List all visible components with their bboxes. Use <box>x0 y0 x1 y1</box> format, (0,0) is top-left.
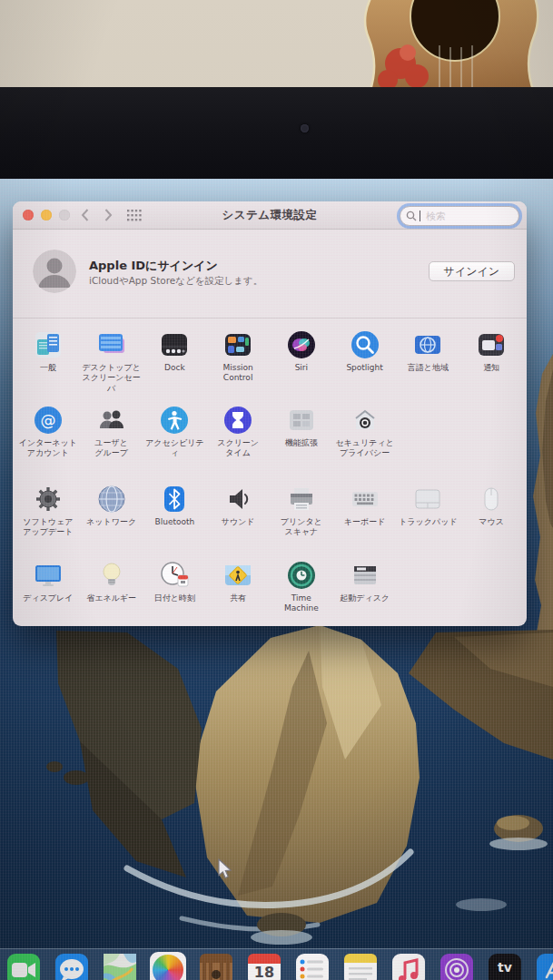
spotlight-icon <box>349 328 381 361</box>
pref-screen-time[interactable]: スクリーン タイム <box>206 395 270 474</box>
calendar-icon[interactable]: 18 <box>246 952 282 980</box>
system-preferences-window[interactable]: システム環境設定 Apple IDにサインイン <box>13 201 527 626</box>
pref-network[interactable]: ネットワーク <box>80 474 143 550</box>
pref-label: 共有 <box>230 593 246 603</box>
pref-language-region[interactable]: 言語と地域 <box>397 319 460 395</box>
apple-id-subtitle: iCloudやApp Storeなどを設定します。 <box>89 275 262 288</box>
pref-spotlight[interactable]: Spotlight <box>333 319 397 395</box>
maps-icon[interactable] <box>102 952 138 980</box>
pref-label: セキュリティと プライバシー <box>335 438 393 459</box>
pref-displays[interactable]: ディスプレイ <box>16 550 80 626</box>
time-machine-icon <box>285 559 318 592</box>
pref-sound[interactable]: サウンド <box>206 474 270 550</box>
apple-id-title: Apple IDにサインイン <box>89 258 218 274</box>
pref-label: 日付と時刻 <box>154 593 195 603</box>
pref-accessibility[interactable]: アクセシビリティ <box>143 395 207 474</box>
pref-label: 機能拡張 <box>285 438 318 448</box>
pref-sharing[interactable]: 共有 <box>206 550 270 626</box>
pref-mission-control[interactable]: Mission Control <box>206 319 270 395</box>
monitor-bezel <box>0 87 553 179</box>
ukulele <box>348 0 553 93</box>
calendar-date: 18 <box>246 964 282 980</box>
pref-label: 起動ディスク <box>340 593 390 603</box>
pref-extensions[interactable]: 機能拡張 <box>270 395 333 474</box>
startup-disk-icon <box>349 559 381 592</box>
pref-notifications[interactable]: 通知 <box>459 319 523 395</box>
pref-keyboard[interactable]: キーボード <box>333 474 397 550</box>
mouse-cursor <box>216 858 232 884</box>
app-store-icon[interactable] <box>535 952 553 980</box>
language-region-icon <box>411 328 444 361</box>
pref-siri[interactable]: Siri <box>270 319 333 395</box>
keyboard-icon <box>349 483 381 515</box>
music-icon[interactable] <box>390 952 427 980</box>
pref-label: 一般 <box>40 363 56 373</box>
pref-trackpad[interactable]: トラックパッド <box>397 474 460 550</box>
pref-label: Time Machine <box>284 593 319 614</box>
pref-date-time[interactable]: 日付と時刻 <box>143 550 207 626</box>
sharing-icon <box>222 559 254 592</box>
pref-label: Mission Control <box>222 363 252 384</box>
notifications-icon <box>475 328 508 361</box>
pref-users-groups[interactable]: ユーザと グループ <box>80 395 143 474</box>
pref-general[interactable]: 一般 <box>16 319 80 395</box>
printers-scanners-icon <box>285 483 318 515</box>
pref-label: ユーザと グループ <box>94 438 128 459</box>
pref-label: 省エネルギー <box>86 593 136 603</box>
siri-icon <box>285 328 318 361</box>
pref-security-privacy[interactable]: セキュリティと プライバシー <box>333 395 397 474</box>
network-icon <box>95 483 128 515</box>
podcasts-icon[interactable] <box>439 952 475 980</box>
security-privacy-icon <box>349 404 381 436</box>
webcam-dot <box>301 124 309 132</box>
search-field[interactable] <box>400 206 519 226</box>
search-icon <box>406 211 417 221</box>
pref-label: Siri <box>295 363 308 373</box>
mission-control-icon <box>222 328 254 361</box>
pref-startup-disk[interactable]: 起動ディスク <box>333 550 397 626</box>
section-divider <box>13 318 527 318</box>
tv-label: tv <box>487 960 523 975</box>
messages-icon[interactable] <box>54 952 90 980</box>
pref-internet-accounts[interactable]: @ インターネット アカウント <box>16 395 80 474</box>
avatar <box>33 250 76 293</box>
pref-label: スクリーン タイム <box>217 438 259 459</box>
screen-time-icon <box>222 404 254 436</box>
pref-label: 言語と地域 <box>408 363 449 373</box>
preference-grid: 一般 デスクトップと スクリーンセーバ <box>13 319 527 626</box>
pref-mouse[interactable]: マウス <box>459 474 523 550</box>
desktop-screensaver-icon <box>95 328 128 361</box>
sign-in-button[interactable]: サインイン <box>429 261 515 281</box>
photo-booth-icon[interactable] <box>198 952 234 980</box>
pref-time-machine[interactable]: Time Machine <box>270 550 333 626</box>
photos-icon[interactable] <box>150 952 186 980</box>
energy-saver-icon <box>95 559 128 592</box>
svg-text:@: @ <box>40 411 55 429</box>
facetime-icon[interactable] <box>5 952 42 980</box>
dock-icon <box>158 328 191 361</box>
pref-label: デスクトップと スクリーンセーバ <box>80 363 143 394</box>
software-update-icon <box>32 483 64 515</box>
reminders-icon[interactable] <box>294 952 331 980</box>
pref-label: Spotlight <box>346 363 382 373</box>
pref-label: ディスプレイ <box>23 593 73 603</box>
pref-label: ソフトウェア アップデート <box>23 517 73 538</box>
notes-icon[interactable] <box>342 952 379 980</box>
pref-energy-saver[interactable]: 省エネルギー <box>80 550 143 626</box>
trackpad-icon <box>411 483 444 515</box>
desktop-screen: システム環境設定 Apple IDにサインイン <box>0 179 553 980</box>
titlebar[interactable]: システム環境設定 <box>13 201 527 230</box>
pref-label: プリンタと スキャナ <box>281 517 322 538</box>
pref-label: サウンド <box>222 517 255 527</box>
displays-icon <box>32 559 64 592</box>
general-icon <box>32 328 64 361</box>
tv-icon[interactable]: tv <box>487 952 523 980</box>
pref-dock[interactable]: Dock <box>143 319 207 395</box>
pref-printers-scanners[interactable]: プリンタと スキャナ <box>270 474 333 550</box>
pref-desktop-screensaver[interactable]: デスクトップと スクリーンセーバ <box>80 319 143 395</box>
pref-bluetooth[interactable]: Bluetooth <box>143 474 207 550</box>
internet-accounts-icon: @ <box>32 404 64 436</box>
pref-label: インターネット アカウント <box>19 438 77 459</box>
search-input[interactable] <box>424 208 517 224</box>
pref-software-update[interactable]: ソフトウェア アップデート <box>16 474 80 550</box>
